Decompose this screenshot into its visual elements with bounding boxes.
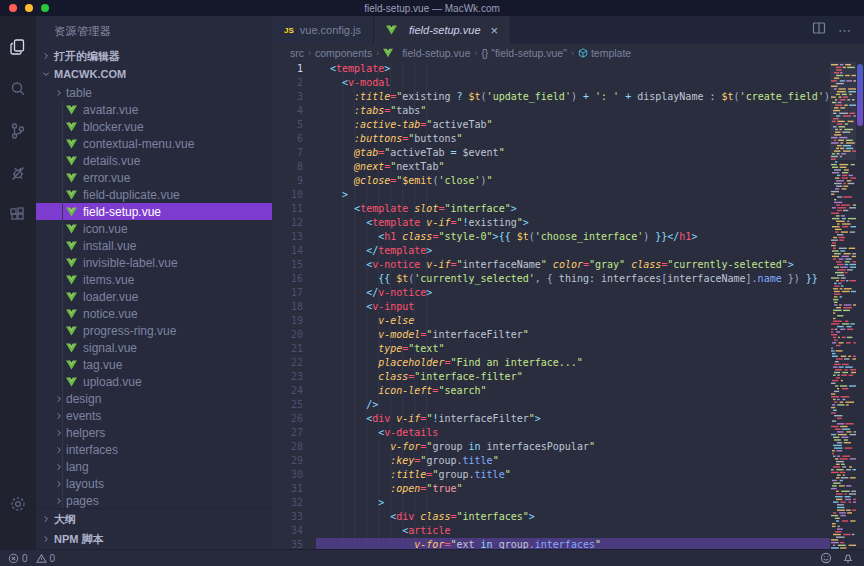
search-icon[interactable] — [0, 68, 36, 110]
tree-item-details-vue[interactable]: details.vue — [36, 152, 272, 169]
close-window-button[interactable] — [9, 4, 17, 12]
code-line-10[interactable]: > — [316, 188, 830, 202]
breadcrumb-item-5[interactable]: template — [578, 47, 631, 59]
minimap[interactable] — [830, 62, 856, 549]
breadcrumb-item-4[interactable]: {}"field-setup.vue" — [482, 47, 567, 59]
code-line-16[interactable]: {{ $t('currently_selected', { thing: int… — [316, 272, 830, 286]
code-line-8[interactable]: @next="nextTab" — [316, 160, 830, 174]
tree-item-field-setup-vue[interactable]: field-setup.vue — [36, 203, 272, 220]
code-line-20[interactable]: v-model="interfaceFilter" — [316, 328, 830, 342]
tree-item-contextual-menu-vue[interactable]: contextual-menu.vue — [36, 135, 272, 152]
code-line-1[interactable]: <template> — [316, 62, 830, 76]
tree-item-signal-vue[interactable]: signal.vue — [36, 339, 272, 356]
tree-item-blocker-vue[interactable]: blocker.vue — [36, 118, 272, 135]
tree-item-avatar-vue[interactable]: avatar.vue — [36, 101, 272, 118]
breadcrumb-item-2[interactable]: components — [315, 47, 372, 59]
breadcrumb-item-1[interactable]: src — [290, 47, 304, 59]
breadcrumb-item-3[interactable]: field-setup.vue — [383, 47, 470, 59]
code-line-30[interactable]: :title="group.title" — [316, 468, 830, 482]
tree-item-tag-vue[interactable]: tag.vue — [36, 356, 272, 373]
tree-item-notice-vue[interactable]: notice.vue — [36, 305, 272, 322]
notifications-bell-icon[interactable] — [842, 552, 854, 564]
tree-item-table[interactable]: table — [36, 84, 272, 101]
split-editor-icon[interactable] — [812, 21, 826, 39]
code-line-32[interactable]: > — [316, 496, 830, 510]
line-number: 28 — [272, 440, 303, 454]
code-line-19[interactable]: v-else — [316, 314, 830, 328]
code-line-13[interactable]: <h1 class="style-0">{{ $t('choose_interf… — [316, 230, 830, 244]
code-line-4[interactable]: :tabs="tabs" — [316, 104, 830, 118]
code-line-29[interactable]: :key="group.title" — [316, 454, 830, 468]
code-line-35[interactable]: v-for="ext in group.interfaces" — [316, 538, 830, 549]
open-editors-section[interactable]: 打开的编辑器 — [36, 47, 272, 65]
scrollbar-thumb[interactable] — [857, 64, 863, 126]
tree-item-field-duplicate-vue[interactable]: field-duplicate.vue — [36, 186, 272, 203]
code-line-28[interactable]: v-for="group in interfacesPopular" — [316, 440, 830, 454]
code-line-9[interactable]: @close="$emit('close')" — [316, 174, 830, 188]
sidebar-section-NPM 脚本[interactable]: NPM 脚本 — [36, 529, 272, 549]
code-line-31[interactable]: :open="true" — [316, 482, 830, 496]
tree-item-progress-ring-vue[interactable]: progress-ring.vue — [36, 322, 272, 339]
settings-gear-icon[interactable] — [0, 483, 36, 525]
code-line-22[interactable]: placeholder="Find an interface..." — [316, 356, 830, 370]
code-line-14[interactable]: </template> — [316, 244, 830, 258]
code-line-6[interactable]: :buttons="buttons" — [316, 132, 830, 146]
minimize-window-button[interactable] — [25, 4, 33, 12]
feedback-smiley-icon[interactable] — [820, 552, 832, 564]
tree-item-icon-vue[interactable]: icon.vue — [36, 220, 272, 237]
project-root-section[interactable]: MACWK.COM — [36, 65, 272, 83]
code-line-11[interactable]: <template slot="interface"> — [316, 202, 830, 216]
code-line-25[interactable]: /> — [316, 398, 830, 412]
explorer-icon[interactable] — [0, 26, 36, 68]
explorer-sidebar: 资源管理器 打开的编辑器 MACWK.COM tableavatar.vuebl… — [36, 16, 272, 549]
tree-item-events[interactable]: events — [36, 407, 272, 424]
tree-item-design[interactable]: design — [36, 390, 272, 407]
tree-item-loader-vue[interactable]: loader.vue — [36, 288, 272, 305]
source-control-icon[interactable] — [0, 110, 36, 152]
code-line-34[interactable]: <article — [316, 524, 830, 538]
code-line-24[interactable]: icon-left="search" — [316, 384, 830, 398]
code-line-23[interactable]: class="interface-filter" — [316, 370, 830, 384]
tree-item-error-vue[interactable]: error.vue — [36, 169, 272, 186]
code-line-7[interactable]: @tab="activeTab = $event" — [316, 146, 830, 160]
breadcrumb-separator: › — [571, 48, 574, 58]
code-line-12[interactable]: <template v-if="!existing"> — [316, 216, 830, 230]
more-actions-icon[interactable]: ⋯ — [838, 23, 852, 38]
tab-field-setup-vue[interactable]: field-setup.vue× — [374, 16, 511, 44]
code-line-33[interactable]: <div class="interfaces"> — [316, 510, 830, 524]
tree-item-upload-vue[interactable]: upload.vue — [36, 373, 272, 390]
code-line-15[interactable]: <v-notice v-if="interfaceName" color="gr… — [316, 258, 830, 272]
breadcrumb-separator: › — [475, 48, 478, 58]
code-line-3[interactable]: :title="existing ? $t('update_field') + … — [316, 90, 830, 104]
tree-item-items-vue[interactable]: items.vue — [36, 271, 272, 288]
tree-item-label: items.vue — [83, 273, 134, 287]
tab-vue-config-js[interactable]: JSvue.config.js — [272, 16, 374, 44]
tree-item-helpers[interactable]: helpers — [36, 424, 272, 441]
sidebar-section-大纲[interactable]: 大纲 — [36, 509, 272, 529]
tree-item-interfaces[interactable]: interfaces — [36, 441, 272, 458]
tree-item-invisible-label-vue[interactable]: invisible-label.vue — [36, 254, 272, 271]
code-line-2[interactable]: <v-modal — [316, 76, 830, 90]
code-line-18[interactable]: <v-input — [316, 300, 830, 314]
code-editor[interactable]: 1234567891011121314151617181920212223242… — [272, 62, 864, 549]
tree-item-pages[interactable]: pages — [36, 492, 272, 508]
code-content[interactable]: <template> <v-modal :title="existing ? $… — [316, 62, 830, 549]
zoom-window-button[interactable] — [41, 4, 49, 12]
code-line-26[interactable]: <div v-if="!interfaceFilter"> — [316, 412, 830, 426]
code-line-5[interactable]: :active-tab="activeTab" — [316, 118, 830, 132]
close-tab-icon[interactable]: × — [491, 24, 499, 37]
line-number-gutter: 1234567891011121314151617181920212223242… — [272, 62, 316, 549]
line-number: 27 — [272, 426, 303, 440]
tree-item-layouts[interactable]: layouts — [36, 475, 272, 492]
extensions-icon[interactable] — [0, 194, 36, 236]
line-number: 21 — [272, 342, 303, 356]
problems-indicator[interactable]: 0 0 — [8, 553, 55, 564]
line-number: 7 — [272, 146, 303, 160]
vue-file-icon — [66, 139, 77, 149]
code-line-17[interactable]: </v-notice> — [316, 286, 830, 300]
code-line-21[interactable]: type="text" — [316, 342, 830, 356]
tree-item-lang[interactable]: lang — [36, 458, 272, 475]
debug-icon[interactable] — [0, 152, 36, 194]
code-line-27[interactable]: <v-details — [316, 426, 830, 440]
tree-item-install-vue[interactable]: install.vue — [36, 237, 272, 254]
